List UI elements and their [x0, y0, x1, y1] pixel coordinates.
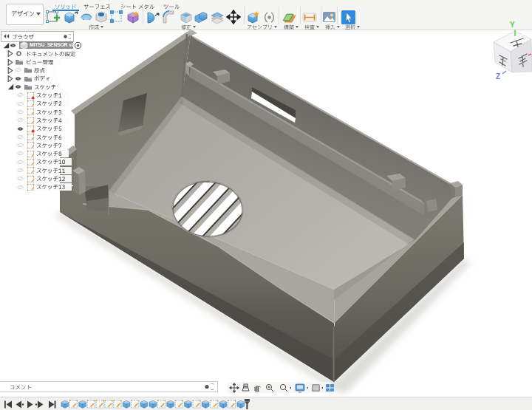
svg-text:Y: Y: [510, 21, 515, 29]
svg-text:Z: Z: [496, 72, 500, 81]
